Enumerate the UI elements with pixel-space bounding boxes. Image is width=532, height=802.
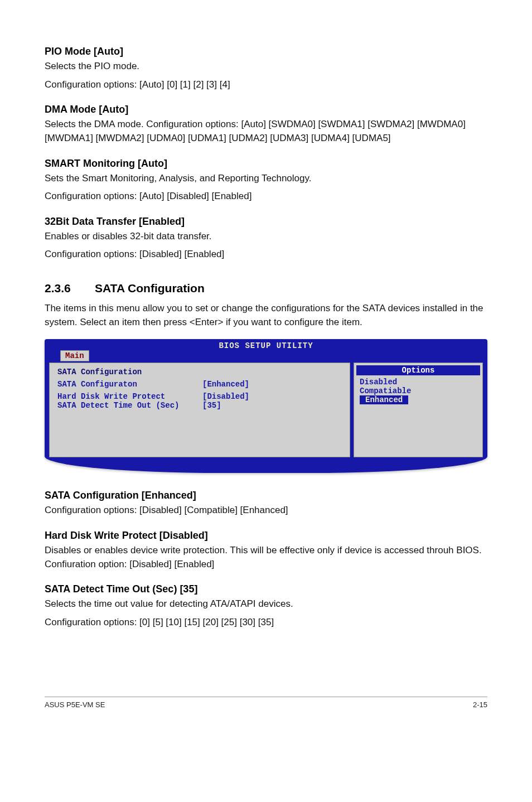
text-pio-desc: Selects the PIO mode.	[45, 60, 487, 74]
bios-panel: BIOS SETUP UTILITY Main SATA Configurati…	[45, 339, 487, 473]
text-32bit-opts: Configuration options: [Disabled] [Enabl…	[45, 248, 487, 262]
bios-row-value: [Enhanced]	[202, 380, 249, 389]
text-dma-body: Selects the DMA mode. Configuration opti…	[45, 118, 487, 145]
heading-dma-mode: DMA Mode [Auto]	[45, 104, 487, 115]
bios-body: SATA Configuration SATA Configuraton [En…	[45, 361, 487, 473]
text-sata-section-body: The items in this menu allow you to set …	[45, 302, 487, 329]
bios-option-compatiable[interactable]: Compatiable	[354, 386, 482, 395]
page-footer: ASUS P5E-VM SE 2-15	[45, 697, 487, 709]
text-sata-cfg-enh: Configuration options: [Disabled] [Compa…	[45, 504, 487, 518]
bios-options-panel: Options Disabled Compatiable Enhanced	[354, 363, 483, 457]
section-title: SATA Configuration	[95, 282, 205, 294]
heading-sata-config-section: 2.3.6SATA Configuration	[45, 282, 487, 295]
heading-pio-mode: PIO Mode [Auto]	[45, 46, 487, 57]
text-32bit-desc: Enables or disables 32-bit data transfer…	[45, 230, 487, 244]
text-smart-opts: Configuration options: [Auto] [Disabled]…	[45, 190, 487, 204]
heading-smart: SMART Monitoring [Auto]	[45, 158, 487, 170]
bios-panel-header: SATA Configuration	[57, 368, 342, 376]
bios-options-header: Options	[356, 365, 480, 375]
heading-hdwp: Hard Disk Write Protect [Disabled]	[45, 530, 487, 542]
footer-left: ASUS P5E-VM SE	[45, 700, 105, 709]
heading-sata-cfg-enh: SATA Configuration [Enhanced]	[45, 490, 487, 501]
bios-row-label: SATA Configuraton	[57, 380, 202, 389]
bios-row-sata-config[interactable]: SATA Configuraton [Enhanced]	[57, 380, 342, 389]
text-hdwp: Disables or enables device write protect…	[45, 544, 487, 571]
text-sata-timeout-desc: Selects the time out value for detecting…	[45, 597, 487, 611]
section-number: 2.3.6	[45, 282, 95, 295]
text-sata-timeout-opts: Configuration options: [0] [5] [10] [15]…	[45, 616, 487, 630]
bios-title: BIOS SETUP UTILITY	[45, 339, 487, 350]
heading-32bit: 32Bit Data Transfer [Enabled]	[45, 216, 487, 228]
text-smart-desc: Sets the Smart Monitoring, Analysis, and…	[45, 172, 487, 186]
bios-row-label: SATA Detect Time Out (Sec)	[57, 401, 202, 410]
footer-right: 2-15	[473, 700, 487, 709]
bios-row-timeout[interactable]: SATA Detect Time Out (Sec) [35]	[57, 401, 342, 410]
bios-row-value: [35]	[202, 401, 221, 410]
bios-option-disabled[interactable]: Disabled	[354, 378, 482, 386]
bios-option-enhanced[interactable]: Enhanced	[360, 395, 408, 404]
page: PIO Mode [Auto] Selects the PIO mode. Co…	[0, 0, 532, 731]
bios-tab-main[interactable]: Main	[60, 350, 89, 361]
bios-settings-panel: SATA Configuration SATA Configuraton [En…	[49, 363, 350, 457]
heading-sata-timeout: SATA Detect Time Out (Sec) [35]	[45, 583, 487, 595]
bios-row-value: [Disabled]	[202, 392, 249, 401]
text-pio-opts: Configuration options: [Auto] [0] [1] [2…	[45, 78, 487, 92]
bios-row-label: Hard Disk Write Protect	[57, 392, 202, 401]
bios-row-hdwp[interactable]: Hard Disk Write Protect [Disabled]	[57, 392, 342, 401]
